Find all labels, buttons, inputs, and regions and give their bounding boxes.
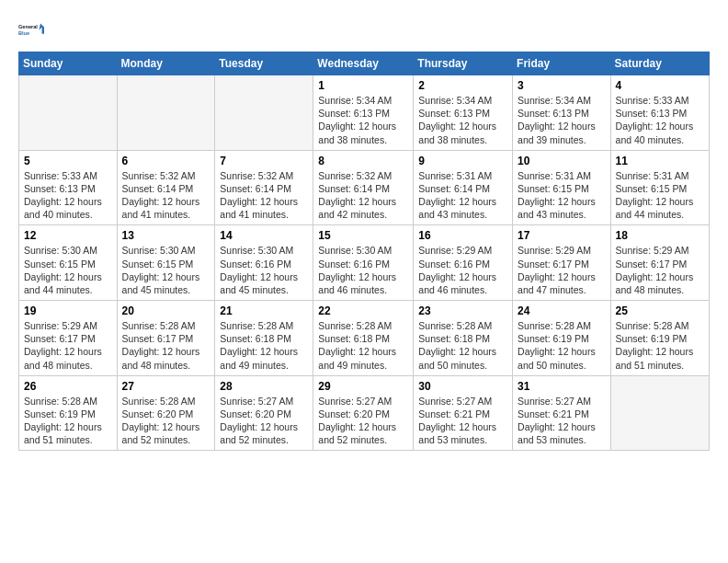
calendar-cell: 4Sunrise: 5:33 AM Sunset: 6:13 PM Daylig… (610, 75, 709, 151)
day-info: Sunrise: 5:31 AM Sunset: 6:15 PM Dayligh… (518, 169, 606, 222)
day-info: Sunrise: 5:27 AM Sunset: 6:21 PM Dayligh… (518, 395, 606, 447)
calendar-cell: 27Sunrise: 5:28 AM Sunset: 6:20 PM Dayli… (117, 375, 215, 451)
calendar-cell: 19Sunrise: 5:29 AM Sunset: 6:17 PM Dayli… (19, 301, 118, 376)
day-number: 13 (122, 229, 210, 242)
calendar-cell: 25Sunrise: 5:28 AM Sunset: 6:19 PM Dayli… (610, 301, 709, 376)
calendar-cell: 24Sunrise: 5:28 AM Sunset: 6:19 PM Dayli… (513, 301, 611, 376)
day-number: 5 (24, 155, 112, 167)
day-info: Sunrise: 5:30 AM Sunset: 6:15 PM Dayligh… (122, 244, 210, 296)
day-number: 2 (418, 79, 507, 92)
weekday-friday: Friday (513, 52, 611, 75)
day-info: Sunrise: 5:28 AM Sunset: 6:18 PM Dayligh… (418, 319, 507, 372)
day-number: 23 (418, 304, 507, 317)
week-row-5: 26Sunrise: 5:28 AM Sunset: 6:19 PM Dayli… (19, 375, 710, 451)
weekday-sunday: Sunday (19, 52, 118, 75)
calendar-cell: 18Sunrise: 5:29 AM Sunset: 6:17 PM Dayli… (610, 225, 709, 301)
calendar-header: SundayMondayTuesdayWednesdayThursdayFrid… (19, 52, 710, 75)
calendar-cell: 5Sunrise: 5:33 AM Sunset: 6:13 PM Daylig… (19, 150, 118, 225)
calendar-cell (19, 75, 118, 151)
day-number: 6 (122, 155, 210, 167)
day-number: 3 (518, 79, 606, 92)
week-row-2: 5Sunrise: 5:33 AM Sunset: 6:13 PM Daylig… (19, 150, 710, 225)
day-info: Sunrise: 5:29 AM Sunset: 6:16 PM Dayligh… (418, 244, 507, 296)
day-info: Sunrise: 5:30 AM Sunset: 6:15 PM Dayligh… (24, 244, 112, 296)
calendar-cell: 12Sunrise: 5:30 AM Sunset: 6:15 PM Dayli… (19, 225, 118, 301)
weekday-saturday: Saturday (610, 52, 709, 75)
calendar-cell: 13Sunrise: 5:30 AM Sunset: 6:15 PM Dayli… (117, 225, 215, 301)
day-number: 30 (418, 380, 507, 393)
calendar-cell: 1Sunrise: 5:34 AM Sunset: 6:13 PM Daylig… (313, 75, 414, 151)
day-info: Sunrise: 5:29 AM Sunset: 6:17 PM Dayligh… (616, 244, 704, 296)
calendar-cell: 15Sunrise: 5:30 AM Sunset: 6:16 PM Dayli… (313, 225, 414, 301)
calendar-body: 1Sunrise: 5:34 AM Sunset: 6:13 PM Daylig… (19, 75, 710, 451)
calendar-cell: 7Sunrise: 5:32 AM Sunset: 6:14 PM Daylig… (215, 150, 313, 225)
calendar-cell: 10Sunrise: 5:31 AM Sunset: 6:15 PM Dayli… (513, 150, 611, 225)
weekday-wednesday: Wednesday (313, 52, 414, 75)
day-info: Sunrise: 5:32 AM Sunset: 6:14 PM Dayligh… (220, 169, 308, 222)
weekday-tuesday: Tuesday (215, 52, 313, 75)
calendar-cell: 11Sunrise: 5:31 AM Sunset: 6:15 PM Dayli… (610, 150, 709, 225)
day-number: 20 (122, 304, 210, 317)
day-number: 9 (418, 155, 507, 167)
calendar-cell: 28Sunrise: 5:27 AM Sunset: 6:20 PM Dayli… (215, 375, 313, 451)
logo-icon: GeneralBlue (18, 15, 48, 44)
day-info: Sunrise: 5:34 AM Sunset: 6:13 PM Dayligh… (318, 94, 408, 146)
day-info: Sunrise: 5:32 AM Sunset: 6:14 PM Dayligh… (122, 169, 210, 222)
day-info: Sunrise: 5:31 AM Sunset: 6:15 PM Dayligh… (616, 169, 704, 222)
day-info: Sunrise: 5:28 AM Sunset: 6:20 PM Dayligh… (122, 395, 210, 447)
day-number: 25 (616, 304, 704, 317)
day-number: 7 (220, 155, 308, 167)
day-number: 15 (318, 229, 408, 242)
calendar-cell: 2Sunrise: 5:34 AM Sunset: 6:13 PM Daylig… (414, 75, 513, 151)
day-info: Sunrise: 5:28 AM Sunset: 6:19 PM Dayligh… (24, 395, 112, 447)
calendar-cell: 26Sunrise: 5:28 AM Sunset: 6:19 PM Dayli… (19, 375, 118, 451)
calendar-cell: 22Sunrise: 5:28 AM Sunset: 6:18 PM Dayli… (313, 301, 414, 376)
day-info: Sunrise: 5:28 AM Sunset: 6:18 PM Dayligh… (220, 319, 308, 372)
week-row-3: 12Sunrise: 5:30 AM Sunset: 6:15 PM Dayli… (19, 225, 710, 301)
day-number: 27 (122, 380, 210, 393)
day-number: 28 (220, 380, 308, 393)
calendar-cell: 30Sunrise: 5:27 AM Sunset: 6:21 PM Dayli… (414, 375, 513, 451)
calendar-cell: 29Sunrise: 5:27 AM Sunset: 6:20 PM Dayli… (313, 375, 414, 451)
day-number: 19 (24, 304, 112, 317)
day-number: 31 (518, 380, 606, 393)
day-info: Sunrise: 5:33 AM Sunset: 6:13 PM Dayligh… (616, 94, 704, 146)
day-info: Sunrise: 5:28 AM Sunset: 6:19 PM Dayligh… (518, 319, 606, 372)
day-number: 18 (616, 229, 704, 242)
day-info: Sunrise: 5:33 AM Sunset: 6:13 PM Dayligh… (24, 169, 112, 222)
day-info: Sunrise: 5:28 AM Sunset: 6:19 PM Dayligh… (616, 319, 704, 372)
calendar-cell (117, 75, 215, 151)
day-info: Sunrise: 5:29 AM Sunset: 6:17 PM Dayligh… (24, 319, 112, 372)
day-info: Sunrise: 5:30 AM Sunset: 6:16 PM Dayligh… (318, 244, 408, 296)
week-row-4: 19Sunrise: 5:29 AM Sunset: 6:17 PM Dayli… (19, 301, 710, 376)
day-number: 17 (518, 229, 606, 242)
day-info: Sunrise: 5:28 AM Sunset: 6:18 PM Dayligh… (318, 319, 408, 372)
day-number: 22 (318, 304, 408, 317)
day-info: Sunrise: 5:27 AM Sunset: 6:20 PM Dayligh… (220, 395, 308, 447)
day-number: 14 (220, 229, 308, 242)
calendar-cell: 6Sunrise: 5:32 AM Sunset: 6:14 PM Daylig… (117, 150, 215, 225)
calendar-cell: 17Sunrise: 5:29 AM Sunset: 6:17 PM Dayli… (513, 225, 611, 301)
day-number: 26 (24, 380, 112, 393)
calendar-cell: 16Sunrise: 5:29 AM Sunset: 6:16 PM Dayli… (414, 225, 513, 301)
day-number: 29 (318, 380, 408, 393)
weekday-thursday: Thursday (414, 52, 513, 75)
day-info: Sunrise: 5:34 AM Sunset: 6:13 PM Dayligh… (518, 94, 606, 146)
week-row-1: 1Sunrise: 5:34 AM Sunset: 6:13 PM Daylig… (19, 75, 710, 151)
day-number: 8 (318, 155, 408, 167)
weekday-header-row: SundayMondayTuesdayWednesdayThursdayFrid… (19, 52, 710, 75)
logo: GeneralBlue (18, 15, 48, 44)
day-number: 10 (518, 155, 606, 167)
calendar-cell: 23Sunrise: 5:28 AM Sunset: 6:18 PM Dayli… (414, 301, 513, 376)
svg-text:Blue: Blue (18, 30, 29, 36)
day-number: 11 (616, 155, 704, 167)
day-info: Sunrise: 5:32 AM Sunset: 6:14 PM Dayligh… (318, 169, 408, 222)
day-number: 21 (220, 304, 308, 317)
calendar-cell: 31Sunrise: 5:27 AM Sunset: 6:21 PM Dayli… (513, 375, 611, 451)
day-info: Sunrise: 5:28 AM Sunset: 6:17 PM Dayligh… (122, 319, 210, 372)
calendar-cell (215, 75, 313, 151)
calendar-cell: 21Sunrise: 5:28 AM Sunset: 6:18 PM Dayli… (215, 301, 313, 376)
day-number: 16 (418, 229, 507, 242)
svg-marker-2 (39, 24, 47, 34)
header: GeneralBlue (18, 15, 710, 44)
